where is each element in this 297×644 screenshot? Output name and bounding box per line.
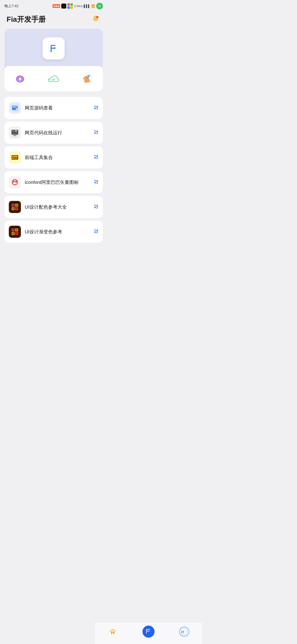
battery-indicator: 32 bbox=[96, 3, 103, 9]
svg-rect-60 bbox=[12, 208, 14, 210]
svg-text:API: API bbox=[51, 78, 55, 81]
status-right: ♪ 0.9K/s ▌▌▌ 📶 32 bbox=[53, 3, 103, 9]
quick-icons-strip: API bbox=[4, 66, 103, 91]
iconfont-icon bbox=[9, 176, 21, 188]
svg-rect-30 bbox=[12, 134, 18, 135]
svg-point-9 bbox=[19, 81, 21, 82]
svg-rect-71 bbox=[16, 233, 18, 234]
svg-rect-61 bbox=[16, 208, 18, 210]
list-item-frontend-tools[interactable]: WEB 前端工具集合 bbox=[4, 146, 103, 168]
svg-point-0 bbox=[96, 16, 98, 18]
svg-rect-27 bbox=[96, 107, 98, 109]
svg-point-49 bbox=[16, 181, 16, 182]
wifi-icon: 📶 bbox=[91, 4, 95, 8]
svg-rect-42 bbox=[96, 157, 98, 159]
frontend-tools-icon: WEB bbox=[9, 151, 21, 163]
svg-point-10 bbox=[17, 80, 18, 81]
svg-rect-70 bbox=[12, 233, 14, 234]
f-logo-icon bbox=[47, 42, 60, 55]
svg-rect-37 bbox=[96, 132, 98, 134]
list-item-label-4: iconfont阿里巴巴矢量图标 bbox=[25, 179, 90, 185]
svg-rect-19 bbox=[86, 77, 87, 77]
svg-point-5 bbox=[17, 77, 19, 78]
list-item-web-source[interactable]: e 网页源码查看 bbox=[4, 97, 103, 119]
list-item-label-2: 网页代码在线运行 bbox=[25, 130, 90, 136]
svg-point-14 bbox=[87, 76, 88, 77]
svg-rect-20 bbox=[89, 77, 89, 77]
svg-point-8 bbox=[21, 80, 23, 81]
list-item-color-ref[interactable]: UI设计配色参考大全 bbox=[4, 196, 103, 218]
list-item-arrow-1 bbox=[94, 105, 98, 111]
list-item-arrow-5 bbox=[94, 204, 98, 210]
list-item-arrow-2 bbox=[94, 130, 98, 136]
status-time: 晚上7:42 bbox=[4, 4, 18, 9]
svg-rect-24 bbox=[13, 107, 15, 108]
list-item-web-run[interactable]: e 网页代码在线运行 bbox=[4, 122, 103, 144]
bell-icon bbox=[92, 15, 100, 23]
web-source-icon: e bbox=[9, 102, 21, 114]
color-ref-icon bbox=[9, 201, 21, 213]
network-speed: 0.9K/s bbox=[74, 4, 82, 8]
list-item-label-5: UI设计配色参考大全 bbox=[25, 204, 90, 210]
list-item-label-1: 网页源码查看 bbox=[25, 105, 90, 111]
list-item-arrow-4 bbox=[94, 179, 98, 185]
list-item-label-3: 前端工具集合 bbox=[25, 154, 90, 161]
svg-rect-72 bbox=[96, 231, 98, 233]
svg-rect-17 bbox=[87, 75, 88, 76]
list-item-arrow-6 bbox=[94, 229, 98, 235]
list-section: e 网页源码查看 e 网页代码在线运行 bbox=[0, 95, 107, 248]
svg-text:e: e bbox=[15, 130, 16, 132]
svg-rect-59 bbox=[16, 204, 18, 206]
svg-point-16 bbox=[89, 75, 90, 76]
app-icon-orange bbox=[53, 4, 60, 8]
svg-rect-52 bbox=[96, 181, 98, 183]
hero-card: API bbox=[4, 29, 103, 91]
list-item-iconfont[interactable]: iconfont阿里巴巴矢量图标 bbox=[4, 171, 103, 193]
svg-point-48 bbox=[13, 181, 14, 182]
svg-point-50 bbox=[14, 181, 14, 182]
svg-rect-35 bbox=[12, 131, 14, 131]
svg-rect-36 bbox=[12, 132, 14, 132]
svg-rect-69 bbox=[16, 229, 18, 231]
svg-rect-58 bbox=[12, 204, 14, 206]
tiktok-icon: ♪ bbox=[61, 4, 66, 9]
page-title: Fia开发手册 bbox=[7, 15, 46, 24]
list-item-gradient-ref[interactable]: UI设计渐变色参考 bbox=[4, 221, 103, 243]
svg-text:WEB: WEB bbox=[13, 157, 18, 159]
quick-item-palette[interactable] bbox=[14, 72, 28, 86]
list-item-arrow-3 bbox=[94, 154, 98, 161]
svg-point-2 bbox=[54, 47, 56, 49]
gradient-ref-icon bbox=[9, 226, 21, 238]
svg-point-4 bbox=[19, 78, 21, 80]
brain-gear-icon bbox=[79, 72, 94, 86]
svg-point-6 bbox=[19, 76, 21, 77]
notification-bell-button[interactable] bbox=[91, 14, 101, 24]
quick-item-brain[interactable] bbox=[79, 72, 94, 86]
svg-rect-31 bbox=[14, 135, 16, 136]
svg-rect-23 bbox=[13, 106, 17, 107]
svg-rect-32 bbox=[13, 136, 16, 136]
list-item-label-6: UI设计渐变色参考 bbox=[25, 229, 90, 235]
svg-rect-62 bbox=[96, 206, 98, 208]
web-run-icon: e bbox=[9, 127, 21, 139]
svg-point-51 bbox=[16, 181, 16, 182]
grid-app-icon bbox=[67, 3, 73, 9]
signal-bars: ▌▌▌ bbox=[84, 4, 90, 8]
app-logo[interactable] bbox=[43, 37, 65, 59]
quick-item-api[interactable]: API bbox=[46, 72, 61, 86]
page-header: Fia开发手册 bbox=[0, 12, 107, 29]
svg-point-7 bbox=[21, 77, 23, 78]
svg-rect-18 bbox=[87, 78, 88, 78]
api-cloud-icon: API bbox=[46, 72, 61, 86]
palette-icon bbox=[14, 72, 28, 86]
status-bar: 晚上7:42 ♪ 0.9K/s ▌▌▌ 📶 32 bbox=[0, 0, 107, 12]
svg-rect-68 bbox=[12, 229, 14, 231]
